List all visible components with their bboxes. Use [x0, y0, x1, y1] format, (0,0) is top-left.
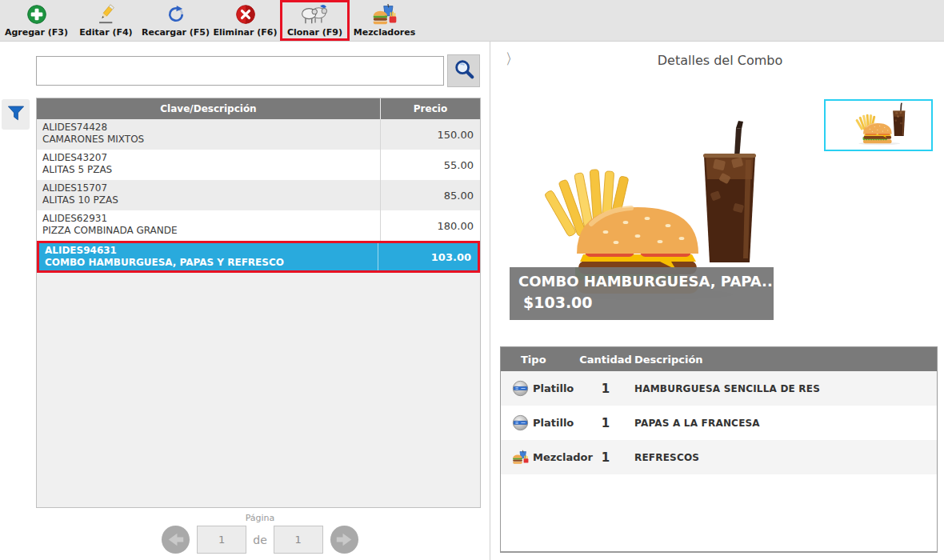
- product-price: 103.00: [378, 243, 478, 270]
- dish-icon: [512, 380, 529, 397]
- product-description: PIZZA COMBINADA GRANDE: [42, 225, 380, 237]
- column-header-tipo[interactable]: Tipo: [501, 354, 577, 366]
- component-description: HAMBURGUESA SENCILLA DE RES: [634, 383, 937, 394]
- combo-food-icon: [372, 3, 397, 25]
- product-description: ALITAS 10 PZAS: [42, 194, 380, 206]
- table-row[interactable]: ALIDES62931 PIZZA COMBINADA GRANDE 180.0…: [37, 210, 480, 241]
- next-page-button[interactable]: [330, 525, 359, 554]
- refresh-icon: [166, 3, 186, 25]
- component-type: Platillo: [533, 417, 574, 429]
- add-button-label: Agregar (F3): [5, 27, 68, 38]
- product-description: CAMARONES MIXTOS: [42, 134, 380, 146]
- component-row: Platillo 1 PAPAS A LA FRANCESA: [501, 406, 937, 440]
- combo-price: $103.00: [510, 290, 774, 311]
- column-header-clave-descripcion[interactable]: Clave/Descripción: [37, 98, 381, 119]
- product-code: ALIDES74428: [42, 122, 380, 134]
- delete-button[interactable]: Eliminar (F6): [210, 0, 280, 41]
- components-table: Tipo Cantidad Descripción Platillo 1 HAM…: [500, 346, 938, 553]
- table-row[interactable]: ALIDES74428 CAMARONES MIXTOS 150.00: [37, 119, 480, 150]
- mixers-button-label: Mezcladores: [354, 27, 415, 38]
- product-code: ALIDES15707: [42, 182, 380, 194]
- component-type: Platillo: [533, 382, 574, 394]
- panel-divider: [490, 42, 490, 560]
- component-quantity: 1: [577, 450, 634, 465]
- delete-circle-icon: [235, 3, 256, 25]
- product-price: 150.00: [381, 119, 480, 150]
- clone-sheep-icon: [300, 3, 329, 25]
- filter-button[interactable]: [2, 99, 30, 130]
- total-pages-input[interactable]: [274, 526, 323, 554]
- product-price: 180.00: [381, 210, 480, 241]
- pagination: Página de: [154, 513, 366, 554]
- reload-button-label: Recargar (F5): [142, 27, 210, 38]
- combo-image-card: COMBO HAMBURGUESA, PAPA... $103.00: [510, 112, 774, 320]
- column-header-descripcion[interactable]: Descripción: [634, 354, 937, 366]
- mixers-button[interactable]: Mezcladores: [350, 0, 419, 41]
- mixer-icon: [512, 449, 529, 466]
- product-price: 55.00: [381, 150, 480, 180]
- combo-banner: COMBO HAMBURGUESA, PAPA... $103.00: [510, 267, 774, 320]
- add-circle-icon: [26, 3, 47, 25]
- product-code: ALIDES94631: [45, 245, 378, 257]
- dish-icon: [512, 414, 529, 431]
- filter-funnel-icon: [6, 103, 26, 126]
- add-button[interactable]: Agregar (F3): [2, 0, 71, 41]
- reload-button[interactable]: Recargar (F5): [141, 0, 210, 41]
- component-quantity: 1: [577, 416, 634, 430]
- component-row: Mezclador 1 REFRESCOS: [501, 440, 937, 474]
- edit-button[interactable]: Editar (F4): [71, 0, 141, 41]
- component-description: REFRESCOS: [634, 452, 937, 463]
- table-row[interactable]: ALIDES43207 ALITAS 5 PZAS 55.00: [37, 150, 480, 180]
- products-table: Clave/Descripción Precio ALIDES74428 CAM…: [36, 98, 481, 508]
- edit-button-label: Editar (F4): [79, 27, 132, 38]
- product-price: 85.00: [381, 180, 480, 210]
- table-row-selected[interactable]: ALIDES94631 COMBO HAMBURGUESA, PAPAS Y R…: [37, 241, 480, 273]
- previous-page-button[interactable]: [161, 525, 190, 554]
- clone-button-label: Clonar (F9): [287, 27, 342, 38]
- column-header-precio[interactable]: Precio: [381, 103, 480, 114]
- component-description: PAPAS A LA FRANCESA: [634, 418, 937, 429]
- combo-manager-window: Agregar (F3) Editar (F4) Recargar (F5) E…: [0, 0, 944, 560]
- search-input[interactable]: [36, 56, 444, 86]
- search-button[interactable]: [447, 54, 480, 87]
- combo-thumbnail[interactable]: [824, 99, 933, 151]
- components-table-header: Tipo Cantidad Descripción: [501, 347, 937, 371]
- component-quantity: 1: [577, 382, 634, 396]
- product-description: ALITAS 5 PZAS: [42, 164, 380, 176]
- current-page-input[interactable]: [197, 526, 246, 554]
- combo-name: COMBO HAMBURGUESA, PAPA...: [510, 267, 774, 290]
- delete-button-label: Eliminar (F6): [213, 27, 277, 38]
- toolbar: Agregar (F3) Editar (F4) Recargar (F5) E…: [0, 0, 944, 42]
- combo-thumbnail-image: [826, 101, 931, 150]
- column-header-cantidad[interactable]: Cantidad: [577, 354, 634, 366]
- page-label: Página: [154, 513, 366, 523]
- product-description: COMBO HAMBURGUESA, PAPAS Y REFRESCO: [45, 257, 378, 269]
- clone-button[interactable]: Clonar (F9): [280, 0, 350, 41]
- pencil-icon: [96, 3, 117, 25]
- products-table-header: Clave/Descripción Precio: [37, 98, 480, 119]
- details-title: Detalles del Combo: [496, 53, 944, 68]
- page-separator-label: de: [253, 534, 267, 546]
- product-code: ALIDES62931: [42, 213, 380, 225]
- combo-details-panel: 〉 Detalles del Combo COMBO HAMBURGUESA, …: [496, 42, 944, 560]
- table-row[interactable]: ALIDES15707 ALITAS 10 PZAS 85.00: [37, 180, 480, 210]
- product-code: ALIDES43207: [42, 152, 380, 164]
- search-icon: [453, 58, 475, 84]
- component-row: Platillo 1 HAMBURGUESA SENCILLA DE RES: [501, 371, 937, 406]
